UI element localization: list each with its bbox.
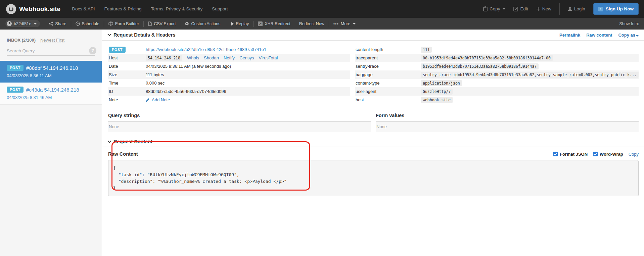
nav-link-features-pricing[interactable]: Features & Pricing xyxy=(104,6,141,11)
sort-order-toggle[interactable]: Newest First xyxy=(40,38,64,43)
custom-actions-button[interactable]: Custom Actions xyxy=(180,21,225,26)
form-values-empty: None xyxy=(376,122,639,132)
raw-content-body: { "task_id": "RUtkYUtvNkFycjloWC9EMHlOWm… xyxy=(108,160,639,196)
content-section-toggle[interactable]: Request Content xyxy=(108,139,152,144)
token-dropdown[interactable]: b22df51e xyxy=(5,20,40,27)
request-list-item[interactable]: POST #88dbf 54.194.246.218 04/03/2025 8:… xyxy=(0,61,102,83)
edit-button[interactable]: Edit xyxy=(513,6,528,11)
request-time-value: 0.000 sec xyxy=(146,81,165,86)
table-row: content-type application/json xyxy=(355,79,639,87)
search-help-icon[interactable]: ? xyxy=(89,47,96,54)
csv-export-button[interactable]: CSV Export xyxy=(144,21,180,26)
checkbox-checked-icon xyxy=(593,152,598,156)
replay-button[interactable]: Replay xyxy=(225,21,253,26)
copy-dropdown[interactable]: Copy xyxy=(483,6,506,11)
header-value-chip: b1953df9ed4e43d8b707151e33aa5a82-58b0918… xyxy=(421,63,539,69)
upload-icon: ↑ xyxy=(598,7,603,11)
form-values-heading: Form values xyxy=(376,113,639,122)
table-row: host webhook.site xyxy=(355,96,639,104)
header-value-chip: sentry-trace_id=b1953df9ed4e43d8b707151e… xyxy=(421,72,639,78)
sign-up-now-button[interactable]: ↑ Sign Up Now xyxy=(593,3,639,15)
login-button[interactable]: Login xyxy=(568,6,585,11)
request-details-table: POST https://webhook.site/b22df51e-d853-… xyxy=(108,45,350,104)
table-row: Size 111 bytes xyxy=(108,70,350,79)
table-row: Host 54.194.246.218 Whois Shodan Netify … xyxy=(108,54,350,62)
nav-link-support[interactable]: Support xyxy=(212,6,228,11)
caret-down-icon xyxy=(34,23,37,24)
request-url-link[interactable]: https://webhook.site/b22df51e-d853-42cf-… xyxy=(146,47,266,52)
table-row: Date 04/03/2025 8:36:11 AM (a few second… xyxy=(108,62,350,70)
caret-down-icon xyxy=(353,23,356,24)
form-builder-icon xyxy=(108,21,113,26)
clipboard-icon xyxy=(483,6,488,11)
redirect-now-button[interactable]: Redirect Now xyxy=(295,21,329,26)
nav-link-terms-privacy-security[interactable]: Terms, Privacy & Security xyxy=(151,6,203,11)
brand-name: Webhook.site xyxy=(19,5,60,13)
method-badge: POST xyxy=(109,47,126,53)
format-json-checkbox[interactable]: Format JSON xyxy=(553,152,588,157)
inbox-count-label: INBOX (2/100) xyxy=(7,38,36,43)
new-button[interactable]: New xyxy=(536,6,551,11)
share-button[interactable]: Share xyxy=(44,21,71,26)
nav-link-docs-api[interactable]: Docs & API xyxy=(72,6,95,11)
xhr-redirect-icon: ↗ xyxy=(258,21,263,26)
caret-down-icon xyxy=(503,8,505,10)
whois-link[interactable]: Whois xyxy=(187,55,199,60)
request-title: #88dbf 54.194.246.218 xyxy=(26,65,78,71)
clock-icon xyxy=(76,21,80,26)
table-row: sentry-trace b1953df9ed4e43d8b707151e33a… xyxy=(355,62,639,70)
raw-content-link[interactable]: Raw content xyxy=(586,33,612,38)
nav-right: Copy Edit New Login ↑ Sign Up Now xyxy=(483,3,639,15)
add-note-button[interactable]: Add Note xyxy=(146,97,170,102)
table-row: baggage sentry-trace_id=b1953df9ed4e43d8… xyxy=(355,70,639,79)
shodan-link[interactable]: Shodan xyxy=(204,55,219,60)
history-clock-icon xyxy=(7,21,12,26)
brand[interactable]: Webhook.site xyxy=(6,4,60,14)
webhook-logo-icon xyxy=(6,4,16,14)
search-input[interactable] xyxy=(7,47,95,56)
show-intro-link[interactable]: Show Intro xyxy=(619,21,639,26)
query-strings-heading: Query strings xyxy=(108,113,371,122)
netify-link[interactable]: Netify xyxy=(224,55,235,60)
request-list-item[interactable]: POST #c43da 54.194.246.218 04/03/2025 8:… xyxy=(0,83,102,105)
ellipsis-icon: ••• xyxy=(333,21,339,26)
request-detail-panel: Request Details & Headers Permalink Raw … xyxy=(102,30,644,256)
xhr-redirect-button[interactable]: ↗ XHR Redirect xyxy=(254,21,294,26)
navbar-divider xyxy=(559,3,560,15)
copy-content-link[interactable]: Copy xyxy=(629,152,639,157)
checkbox-checked-icon xyxy=(553,152,558,156)
plus-icon xyxy=(536,7,540,11)
more-dropdown[interactable]: ••• More xyxy=(329,21,360,26)
caret-down-icon xyxy=(636,35,639,37)
word-wrap-checkbox[interactable]: Word-Wrap xyxy=(593,152,623,157)
pencil-icon xyxy=(146,98,150,102)
header-value-chip: webhook.site xyxy=(421,97,453,103)
virustotal-link[interactable]: VirusTotal xyxy=(259,55,278,60)
request-date: 04/03/2025 8:31:46 AM xyxy=(7,95,95,100)
request-payload-json: { "task_id": "RUtkYUtvNkFycjloWC9EMHlOWm… xyxy=(113,165,634,192)
nav-links: Docs & API Features & Pricing Terms, Pri… xyxy=(72,6,228,11)
censys-link[interactable]: Censys xyxy=(239,55,254,60)
requests-sidebar: INBOX (2/100) Newest First ? POST #88dbf… xyxy=(0,30,102,256)
details-section-toggle[interactable]: Request Details & Headers xyxy=(108,32,176,38)
header-value-chip: GuzzleHttp/7 xyxy=(421,89,453,95)
form-builder-button[interactable]: Form Builder xyxy=(104,21,144,26)
request-size-value: 111 bytes xyxy=(146,72,164,77)
copy-as-dropdown[interactable]: Copy as xyxy=(618,33,639,38)
table-row: POST https://webhook.site/b22df51e-d853-… xyxy=(108,45,350,54)
method-badge: POST xyxy=(7,65,24,71)
permalink-link[interactable]: Permalink xyxy=(559,33,580,38)
header-value-chip: 00-b1953df9ed4e43d8b707151e33aa5a82-58b0… xyxy=(421,55,553,61)
details-section-bar: Request Details & Headers Permalink Raw … xyxy=(102,30,644,41)
request-headers-table: content-length 111 traceparent 00-b1953d… xyxy=(355,45,639,104)
request-title: #c43da 54.194.246.218 xyxy=(26,87,79,93)
schedule-button[interactable]: Schedule xyxy=(71,21,104,26)
content-section-bar: Request Content xyxy=(102,137,644,147)
chevron-down-icon xyxy=(107,32,111,36)
host-ip-chip: 54.194.246.218 xyxy=(146,55,182,61)
table-row: Time 0.000 sec xyxy=(108,79,350,87)
chevron-down-icon xyxy=(107,139,111,143)
table-row: content-length 111 xyxy=(355,45,639,54)
request-id-value: 88dbffbb-c5dc-45a6-963a-d7074d6ed096 xyxy=(146,89,226,94)
table-row: user-agent GuzzleHttp/7 xyxy=(355,87,639,96)
